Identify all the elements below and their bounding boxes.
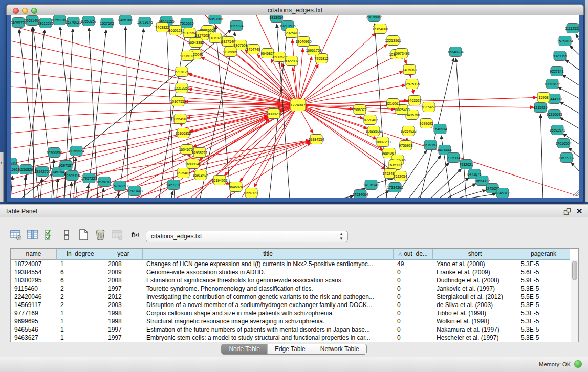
tab-network-table[interactable]: Network Table <box>313 344 366 354</box>
network-node[interactable]: 18300295 <box>266 109 281 119</box>
network-edge[interactable] <box>11 26 298 105</box>
function-builder-icon[interactable]: f(x) <box>127 228 143 242</box>
table-row[interactable]: 969969511998Structural magnetic resonanc… <box>11 317 578 325</box>
network-node[interactable]: 9397587 <box>59 161 73 170</box>
table-scrollbar-thumb[interactable] <box>572 261 577 280</box>
network-node[interactable]: 9896012 <box>180 51 194 61</box>
network-node[interactable]: 17334261 <box>387 183 403 192</box>
column-header-short[interactable]: short <box>433 249 517 260</box>
network-window-titlebar[interactable]: citations_edges.txt <box>6 4 584 15</box>
canvas-resize-grip[interactable] <box>573 190 579 196</box>
column-header-year[interactable]: year <box>104 249 143 260</box>
network-edge[interactable] <box>102 188 103 198</box>
network-node[interactable]: 8466160 <box>118 15 132 25</box>
network-node[interactable]: 9756928 <box>399 141 412 150</box>
network-node[interactable]: 16958107 <box>96 177 112 187</box>
column-header-name[interactable]: name <box>11 249 57 260</box>
network-node[interactable]: 8216061 <box>386 99 400 108</box>
network-edge[interactable] <box>11 115 267 171</box>
network-node[interactable]: 15276021 <box>65 17 81 27</box>
network-node[interactable]: 16210643 <box>546 110 562 119</box>
network-node[interactable]: 8650123 <box>244 188 258 198</box>
network-node[interactable]: 18640910 <box>295 37 311 47</box>
network-node[interactable]: 9115460 <box>422 102 436 112</box>
network-edge[interactable] <box>409 155 441 198</box>
network-node[interactable]: 16053809 <box>207 15 223 24</box>
network-node[interactable]: 12213364 <box>173 83 189 93</box>
network-node[interactable]: 18654982 <box>172 114 188 124</box>
network-node[interactable]: 8660128 <box>168 26 182 35</box>
network-node[interactable]: 7986372 <box>353 105 366 115</box>
network-edge[interactable] <box>11 72 298 105</box>
table-row[interactable]: 946362711997Embryonic stem cells: a mode… <box>11 334 578 342</box>
network-node[interactable]: 1527602 <box>100 18 114 28</box>
network-node[interactable]: 14938221 <box>191 148 207 158</box>
network-node[interactable]: 1156829 <box>19 165 33 174</box>
network-node[interactable]: 7485063 <box>402 65 416 75</box>
network-edge[interactable] <box>571 163 579 173</box>
network-node[interactable]: 10653257 <box>80 16 96 26</box>
network-edge[interactable] <box>562 75 579 86</box>
network-node[interactable]: 9875685 <box>223 47 237 57</box>
network-node[interactable]: 8215935 <box>533 103 547 113</box>
network-node[interactable]: 17359924 <box>68 146 84 156</box>
network-graph[interactable]: 2405572420691406186122711055328715276021… <box>11 15 579 198</box>
column-header-title[interactable]: title <box>143 249 394 260</box>
network-node[interactable]: 16909948 <box>185 159 201 169</box>
network-node[interactable]: 8454749 <box>246 45 260 54</box>
table-row[interactable]: 1938455462009Genome-wide association stu… <box>11 268 578 276</box>
network-node[interactable]: 12923448 <box>126 186 142 196</box>
network-edge[interactable] <box>560 102 579 114</box>
tab-node-table[interactable]: Node Table <box>222 344 268 354</box>
network-node[interactable]: 11675337 <box>559 153 575 163</box>
table-row[interactable]: 946554611997Estimation of the future num… <box>11 325 578 334</box>
network-node[interactable]: 12975115 <box>404 79 420 89</box>
network-node[interactable]: 15751074 <box>557 36 573 46</box>
network-edge[interactable] <box>118 29 144 198</box>
network-node[interactable]: 15692971 <box>549 125 565 135</box>
table-row[interactable]: 1872400712008Changes of HCN gene express… <box>11 260 578 268</box>
network-node[interactable]: 12213961 <box>385 36 401 46</box>
network-node[interactable]: 17016504 <box>555 139 571 148</box>
network-node[interactable]: 9457791 <box>166 180 180 190</box>
network-node[interactable]: 20206856 <box>46 148 62 158</box>
network-canvas[interactable]: 2405572420691406186122711055328715276021… <box>11 15 579 198</box>
network-edge[interactable] <box>446 184 476 198</box>
network-edge[interactable] <box>11 87 298 105</box>
network-node[interactable]: 13942757 <box>34 167 50 177</box>
table-row[interactable]: 1456911722003Disruption of a novel membe… <box>11 301 578 309</box>
network-node[interactable]: 7932621 <box>459 160 473 169</box>
network-edge[interactable] <box>125 27 128 198</box>
column-header-out_de[interactable]: △ out_de... <box>394 249 433 260</box>
network-node[interactable]: 1615132 <box>388 160 402 170</box>
network-node[interactable]: 16154808 <box>372 24 388 34</box>
network-node[interactable]: 1640934 <box>433 124 447 134</box>
network-edge[interactable] <box>375 190 389 198</box>
network-edge[interactable] <box>24 176 26 198</box>
network-edge[interactable] <box>570 46 579 56</box>
network-edge[interactable] <box>32 27 34 198</box>
row-height-icon[interactable] <box>60 228 73 242</box>
network-node[interactable]: 14136141 <box>363 180 379 190</box>
network-edge[interactable] <box>171 191 172 198</box>
network-node[interactable]: 9245012 <box>495 188 509 198</box>
network-node[interactable]: 16543382 <box>188 38 204 48</box>
network-node[interactable]: 7515526 <box>180 18 193 28</box>
network-node[interactable]: 3915923 <box>11 165 20 174</box>
network-node[interactable]: 16648784 <box>447 47 463 57</box>
network-node[interactable]: 10973493 <box>394 49 409 58</box>
network-node[interactable]: 2935114 <box>447 153 461 163</box>
table-row[interactable]: 2242004622012Investigating the contribut… <box>11 293 578 301</box>
float-panel-icon[interactable] <box>562 207 572 216</box>
network-node[interactable]: 7857224 <box>229 21 243 31</box>
network-node[interactable]: 9699695 <box>419 119 433 128</box>
network-node[interactable]: 2718126 <box>175 67 188 77</box>
table-settings-icon[interactable] <box>9 228 23 242</box>
network-node[interactable]: 12325419 <box>284 28 299 38</box>
network-node[interactable]: 15166852 <box>175 128 191 138</box>
network-node[interactable]: 16194023 <box>211 176 227 185</box>
table-row[interactable]: 1830029562008Estimation of significance … <box>11 276 578 285</box>
network-node[interactable]: 5912954 <box>182 28 196 38</box>
network-node[interactable]: 16961758 <box>306 46 321 55</box>
table-row[interactable]: 977716911998Corpus callosum shape and si… <box>11 309 578 317</box>
